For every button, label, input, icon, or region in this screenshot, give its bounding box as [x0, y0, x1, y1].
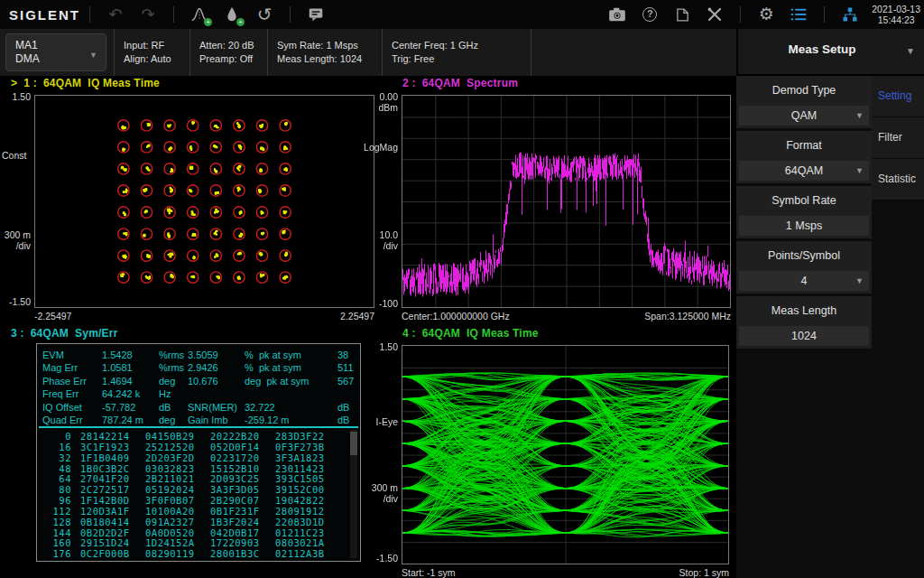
- evm-table: EVM1.5428%rms3.5059% pk at sym38Mag Err1…: [37, 350, 360, 427]
- hex-group: 28142214: [80, 431, 130, 442]
- sidebar-block-points-symbol[interactable]: Points/Symbol4▼: [736, 241, 872, 294]
- block-value-text: 64QAM: [785, 164, 823, 177]
- tab-setting[interactable]: Setting: [872, 76, 924, 117]
- p4-start: Start: -1 sym: [402, 567, 456, 578]
- hex-group: 2B211021: [145, 473, 195, 484]
- evm-cell: SNR(MER): [188, 402, 237, 413]
- hex-addr: 0: [42, 431, 71, 442]
- p2-y-div2: /div: [356, 240, 398, 251]
- block-value[interactable]: QAM▼: [739, 106, 869, 126]
- evm-cell: Gain Imb: [188, 415, 228, 425]
- block-value[interactable]: 64QAM▼: [739, 161, 869, 181]
- hex-group: 08290119: [145, 548, 195, 559]
- block-label: Format: [736, 139, 872, 152]
- sidebar-block-format[interactable]: Format64QAM▼: [736, 131, 872, 183]
- evm-cell: deg pk at sym: [245, 376, 310, 387]
- history-icon[interactable]: ↺: [253, 3, 276, 26]
- p1-x-axis: -2.25497 2.25497: [34, 311, 374, 322]
- sidebar-blocks: Demod TypeQAM▼Format64QAM▼Symbol Rate1 M…: [736, 76, 872, 351]
- chevron-down-icon: ▼: [855, 166, 864, 175]
- hex-group: 15152B10: [210, 463, 260, 474]
- p1-y-max: 1.50: [0, 91, 31, 102]
- p2-y-label: LogMag: [356, 142, 398, 153]
- hex-row-9: 1440B2D2D2F0A0D0520042D0B1701211C23: [37, 527, 360, 538]
- hex-group: 17220903: [210, 537, 260, 548]
- settings-gear-icon[interactable]: ⚙: [754, 3, 778, 26]
- hex-group: 1D24152A: [145, 537, 195, 548]
- hex-group: 1B0C3B2C: [80, 463, 130, 474]
- p1-y-div: 300 m: [0, 229, 31, 240]
- channel-wrap: MA1 DMA ▼: [0, 29, 115, 76]
- status-line1: Sym Rate: 1 Msps: [277, 39, 382, 52]
- hex-addr: 112: [42, 506, 71, 517]
- redo-icon[interactable]: ↷: [136, 3, 160, 26]
- camera-icon[interactable]: [605, 3, 629, 26]
- hex-group: 120D3A1F: [80, 506, 130, 517]
- status-bar: MA1 DMA ▼ Input: RFAlign: AutoAtten: 20 …: [0, 29, 736, 76]
- hex-row-6: 961F142B0D3F0F0B072B290C0719042822: [37, 495, 360, 506]
- p4-x-axis: Start: -1 sym Stop: 1 sym: [402, 567, 729, 578]
- hex-group: 22083D1D: [275, 517, 325, 527]
- symerr-box[interactable]: EVM1.5428%rms3.5059% pk at sym38Mag Err1…: [36, 343, 361, 562]
- evm-cell: -259.12 m: [245, 415, 290, 425]
- menu-list-icon[interactable]: [787, 3, 810, 26]
- panel3-title[interactable]: 3 : 64QAM Sym/Err: [11, 327, 118, 340]
- channel-selector[interactable]: MA1 DMA ▼: [5, 33, 106, 71]
- hex-group: 0B180414: [80, 517, 130, 527]
- file-icon[interactable]: [670, 3, 694, 26]
- evm-cell: 32.722: [245, 402, 275, 413]
- block-value[interactable]: 1 Msps: [739, 216, 869, 236]
- help-icon[interactable]: ?: [638, 3, 661, 26]
- divider: [824, 6, 825, 23]
- p4-y-div: 300 m: [356, 482, 398, 493]
- hex-group: 0F3F273B: [275, 442, 325, 452]
- spectrum-plot[interactable]: [402, 95, 731, 308]
- panel4-title[interactable]: 4 : 64QAM IQ Meas Time: [402, 327, 539, 340]
- constellation-plot[interactable]: [34, 95, 374, 308]
- p2-center-freq: Center:1.000000000 GHz: [402, 311, 510, 322]
- status-group-2: Sym Rate: 1 MspsMeas Length: 1024: [268, 29, 383, 76]
- status-line2: Meas Length: 1024: [277, 52, 382, 66]
- table-divider: [39, 426, 358, 428]
- status-line2: Trig: Free: [392, 52, 531, 66]
- evm-cell: deg: [159, 415, 175, 425]
- p4-stop: Stop: 1 sym: [679, 567, 729, 578]
- annotation-icon[interactable]: [304, 3, 328, 26]
- undo-icon[interactable]: ↶: [104, 3, 127, 26]
- p2-span: Span:3.125000 MHz: [644, 311, 731, 322]
- hex-addr: 16: [42, 442, 71, 452]
- p1-x-left: -2.25497: [34, 311, 71, 322]
- marker-add-icon[interactable]: +: [220, 3, 244, 26]
- sidebar-block-demod-type[interactable]: Demod TypeQAM▼: [736, 76, 872, 128]
- sidebar: Demod TypeQAM▼Format64QAM▼Symbol Rate1 M…: [736, 76, 924, 578]
- limit-add-icon[interactable]: +: [188, 3, 211, 26]
- hex-row-4: 6427041F202B2110212D093C25393C1505: [37, 473, 360, 484]
- panel1-title[interactable]: > 1 : 64QAM IQ Meas Time: [11, 77, 160, 89]
- chevron-down-icon: ▼: [906, 46, 915, 56]
- p1-y-min: -1.50: [0, 296, 31, 307]
- tools-icon[interactable]: [703, 3, 726, 26]
- hex-group: 19042822: [275, 495, 325, 506]
- block-value[interactable]: 4▼: [739, 271, 869, 291]
- hex-addr: 176: [42, 548, 71, 559]
- evm-cell: 787.24 m: [102, 415, 143, 425]
- tab-filter[interactable]: Filter: [872, 117, 924, 158]
- status-line2: Preamp: Off: [199, 52, 267, 66]
- panel2-title[interactable]: 2 : 64QAM Spectrum: [402, 77, 518, 89]
- sidebar-block-meas-length[interactable]: Meas Length1024: [736, 296, 872, 349]
- eye-diagram-plot[interactable]: [402, 345, 729, 564]
- hex-group: 2C272517: [80, 484, 130, 495]
- status-group-0: Input: RFAlign: Auto: [115, 29, 190, 76]
- hex-group: 1F142B0D: [80, 495, 130, 506]
- block-value-text: QAM: [791, 109, 817, 122]
- hex-scrollbar-thumb[interactable]: [350, 432, 357, 455]
- hex-group: 10100A20: [145, 506, 195, 517]
- plus-badge: +: [204, 18, 212, 26]
- block-value[interactable]: 1024: [739, 326, 869, 346]
- hex-row-3: 481B0C3B2C0303282315152B1023011423: [37, 463, 360, 474]
- tab-statistic[interactable]: Statistic: [872, 159, 924, 200]
- hex-group: 052D0F14: [210, 442, 260, 452]
- sidebar-block-symbol-rate[interactable]: Symbol Rate1 Msps: [736, 186, 872, 238]
- network-icon[interactable]: [838, 3, 862, 26]
- sidebar-header[interactable]: Meas Setup ▼: [736, 29, 924, 76]
